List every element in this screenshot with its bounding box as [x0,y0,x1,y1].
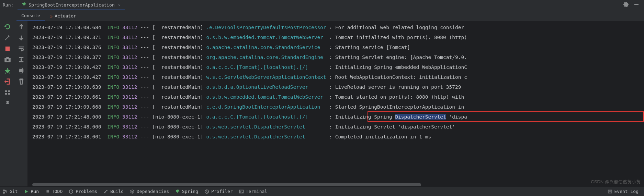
stop-icon[interactable] [4,45,11,52]
layout-icon[interactable] [4,89,11,96]
minimize-icon[interactable] [634,2,639,8]
footer-terminal-label: Terminal [246,189,268,194]
tab-actuator[interactable]: ♨Actuator [45,11,81,21]
leaf-icon [22,2,26,8]
svg-rect-8 [5,93,7,95]
pin-icon[interactable] [4,100,11,107]
footer-build[interactable]: Build [103,189,124,194]
svg-point-13 [3,189,5,191]
rerun-icon[interactable] [4,23,11,30]
footer-build-label: Build [110,189,124,194]
svg-rect-9 [8,93,10,95]
log-line: 2023-07-19 17:19:09.427 INFO 33112 --- [… [32,62,644,72]
wrap-icon[interactable] [18,45,25,52]
wrench-icon[interactable] [4,34,11,41]
footer-spring[interactable]: Spring [175,189,198,194]
footer-profiler[interactable]: Profiler [204,189,233,194]
footer-eventlog-label: Event Log [614,189,639,194]
spring-icon [175,189,180,194]
svg-rect-11 [20,68,23,70]
play-icon [24,189,29,194]
exit-icon[interactable] [4,78,11,85]
log-line: 2023-07-19 17:19:09.668 INFO 33112 --- [… [32,102,644,112]
profiler-icon [204,189,209,194]
gear-icon[interactable] [623,2,629,8]
footer-deps[interactable]: Dependencies [130,189,169,194]
scrollbar-thumb[interactable] [32,183,421,186]
git-icon [3,189,8,194]
log-line: 2023-07-19 17:19:08.684 INFO 33112 --- [… [32,23,644,33]
hammer-icon [103,189,108,194]
svg-rect-10 [19,69,24,72]
event-log-icon [608,189,612,194]
arrow-up-icon[interactable] [18,23,25,30]
log-line: 2023-07-19 17:19:09.639 INFO 33112 --- [… [32,82,644,92]
footer-spring-label: Spring [182,189,198,194]
log-line: 2023-07-19 17:21:48.000 INFO 33112 --- [… [32,112,644,122]
svg-point-3 [7,59,9,61]
sub-tabs: Console ♨Actuator [0,10,644,21]
footer-deps-label: Dependencies [137,189,169,194]
console-gutter [15,21,27,186]
footer-profiler-label: Profiler [211,189,233,194]
footer-git-label: Git [10,189,18,194]
list-icon [45,189,50,194]
footer-problems-label: Problems [76,189,97,194]
svg-point-5 [6,69,9,73]
camera-icon[interactable] [4,56,11,63]
footer-run-label: Run [31,189,38,194]
footer-git[interactable]: Git [3,189,18,194]
footer-event-log[interactable]: Event Log [608,189,639,194]
bug-icon[interactable] [4,67,11,74]
run-label: Run: [3,2,13,8]
arrow-down-icon[interactable] [18,34,25,41]
status-bar: Git Run TODO Problems Build Dependencies… [0,186,644,196]
footer-run[interactable]: Run [24,189,38,194]
console-output[interactable]: 2023-07-19 17:19:08.684 INFO 33112 --- [… [27,21,644,186]
log-line: 2023-07-19 17:19:09.377 INFO 33112 --- [… [32,52,644,62]
svg-rect-4 [6,57,9,59]
svg-rect-12 [20,72,23,73]
horizontal-scrollbar[interactable] [27,183,635,186]
terminal-icon [239,189,244,194]
footer-todo[interactable]: TODO [45,189,63,194]
log-line: 2023-07-19 17:21:48.001 INFO 33112 --- [… [32,132,644,142]
svg-rect-6 [5,90,7,92]
log-line: 2023-07-19 17:19:09.661 INFO 33112 --- [… [32,92,644,102]
problems-icon [69,189,74,194]
watermark: CSDN @兴趣使然黄小黄 [591,179,641,185]
tab-console[interactable]: Console [16,11,45,21]
log-line: 2023-07-19 17:19:09.427 INFO 33112 --- [… [32,72,644,82]
log-line: 2023-07-19 17:19:09.371 INFO 33112 --- [… [32,33,644,42]
trash-icon[interactable] [18,78,25,85]
run-config-tab[interactable]: SpringBootInterceptorApplication ✕ [18,0,125,10]
svg-rect-0 [634,4,639,5]
tab-actuator-label: Actuator [55,13,76,19]
tab-console-label: Console [21,13,40,18]
footer-todo-label: TODO [52,189,63,194]
svg-rect-18 [239,190,243,193]
action-gutter [0,21,15,186]
close-icon[interactable]: ✕ [118,3,121,8]
actuator-icon: ♨ [50,13,53,19]
run-header: Run: SpringBootInterceptorApplication ✕ [0,0,644,10]
svg-point-14 [3,192,5,193]
svg-rect-7 [8,90,10,92]
footer-problems[interactable]: Problems [69,189,97,194]
stack-icon [130,189,135,194]
log-line: 2023-07-19 17:21:48.000 INFO 33112 --- [… [32,122,644,132]
run-config-title: SpringBootInterceptorApplication [29,2,114,8]
scroll-end-icon[interactable] [18,56,25,63]
footer-terminal[interactable]: Terminal [239,189,268,194]
log-line: 2023-07-19 17:19:09.376 INFO 33112 --- [… [32,42,644,52]
print-icon[interactable] [18,67,25,74]
svg-rect-1 [5,47,10,51]
